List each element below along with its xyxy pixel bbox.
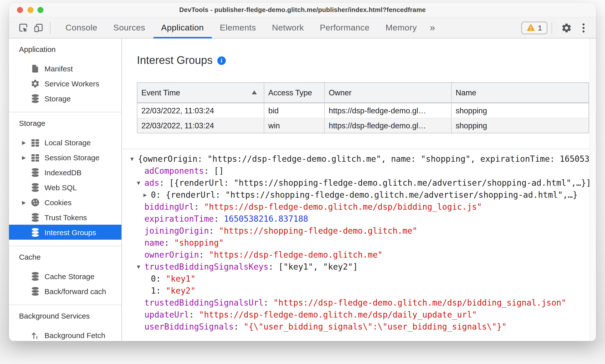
tab-network[interactable]: Network [264,17,312,38]
device-toolbar-icon[interactable] [31,20,46,35]
sidebar-item-label: Cache Storage [44,272,94,280]
tree-key: trustedBiddingSignalsUrl [144,298,264,308]
tree-plain: : [156,274,166,284]
tree-string: "https://shopping-fledge-demo.glitch.me" [219,226,417,236]
sidebar-item-interest-groups[interactable]: Interest Groups [9,225,121,240]
tree-line[interactable]: ▼{ownerOrigin: "https://dsp-fledge-demo.… [130,153,596,165]
sidebar-item-back-forward-cach[interactable]: Back/forward cach [9,284,121,299]
sidebar-item-manifest[interactable]: Manifest [9,61,121,76]
sidebar-item-indexeddb[interactable]: IndexedDB [9,165,121,180]
sidebar-item-trust-tokens[interactable]: Trust Tokens [9,210,121,225]
sidebar-item-label: Back/forward cach [44,287,106,295]
expander-down-icon[interactable]: ▼ [130,153,138,165]
toolbar-divider [50,22,50,34]
expander-down-icon[interactable]: ▼ [137,261,144,273]
chevron-right-icon[interactable]: ▶ [22,140,30,145]
table-cell: 22/03/2022, 11:03:24 [137,103,264,118]
page-title: Interest Groups [137,54,213,67]
expander-down-icon[interactable]: ▼ [137,177,144,189]
grid-icon [30,137,40,147]
tree-line[interactable]: trustedBiddingSignalsUrl: "https://dsp-f… [130,297,596,309]
tree-line[interactable]: joiningOrigin: "https://shopping-fledge-… [130,225,596,237]
file-icon [30,63,40,73]
column-header-owner[interactable]: Owner [324,83,451,102]
tree-line[interactable]: name: "shopping" [130,237,596,249]
tree-line[interactable]: adComponents: [] [130,165,596,177]
sidebar-item-background-fetch[interactable]: Background Fetch [9,328,121,341]
window-titlebar: DevTools - publisher-fledge-demo.glitch.… [9,2,596,17]
sidebar-item-web-sql[interactable]: Web SQL [9,180,121,195]
database-icon [30,271,40,281]
table-cell: https://dsp-fledge-demo.gl… [324,118,451,133]
sidebar-item-cache-storage[interactable]: Cache Storage [9,269,121,284]
interest-group-json-tree: ▼{ownerOrigin: "https://dsp-fledge-demo.… [122,149,596,333]
tree-key: expirationTime [144,214,214,224]
tree-key: ownerOrigin [144,250,199,260]
tab-application[interactable]: Application [153,17,212,38]
sidebar-item-cookies[interactable]: ▶Cookies [9,195,121,210]
warning-icon [526,23,535,32]
column-header-name[interactable]: Name [451,83,590,102]
gear-icon [30,78,40,88]
database-icon [30,227,40,237]
expander-right-icon[interactable]: ▶ [143,189,151,201]
tree-plain: : [209,226,219,236]
tab-elements[interactable]: Elements [212,17,264,38]
tree-plain: : ["key1", "key2"] [269,262,358,272]
column-header-label: Access Type [268,88,312,97]
issues-badge[interactable]: 1 [521,21,548,34]
tree-line[interactable]: ▼trustedBiddingSignalsKeys: ["key1", "ke… [130,261,596,273]
settings-gear-icon[interactable] [559,20,574,35]
sidebar-section-title: Application [9,41,121,56]
tab-memory[interactable]: Memory [377,17,425,38]
sidebar-item-local-storage[interactable]: ▶Local Storage [9,135,121,150]
sidebar-item-label: IndexedDB [44,168,81,177]
tree-line[interactable]: userBiddingSignals: "{\"user_bidding_sig… [130,321,596,333]
tree-line[interactable]: ▶0: {renderUrl: "https://shopping-fledge… [130,189,596,201]
sidebar-item-label: Trust Tokens [44,213,87,221]
tree-plain: : [156,286,166,296]
tree-line[interactable]: biddingUrl: "https://dsp-fledge-demo.gli… [130,201,596,213]
tree-line[interactable]: 0: "key1" [130,273,596,285]
column-header-access-type[interactable]: Access Type [264,83,324,102]
tree-string: "https://dsp-fledge-demo.glitch.me/dsp/b… [204,202,482,212]
tab-console[interactable]: Console [57,17,105,38]
tab-performance[interactable]: Performance [312,17,377,38]
chevron-right-icon[interactable]: ▶ [22,199,30,205]
table-row[interactable]: 22/03/2022, 11:03:24bidhttps://dsp-fledg… [137,103,589,118]
tree-line[interactable]: 1: "key2" [130,285,596,297]
tree-number: 1650538216.837188 [224,214,308,224]
inspect-element-icon[interactable] [16,20,31,35]
tree-key: userBiddingSignals [144,322,234,332]
table-row[interactable]: 22/03/2022, 11:03:24winhttps://dsp-fledg… [137,118,589,133]
sidebar-item-session-storage[interactable]: ▶Session Storage [9,150,121,165]
tree-line[interactable]: ▼ads: [{renderUrl: "https://shopping-fle… [130,177,596,189]
chevron-right-icon[interactable]: ▶ [22,155,30,160]
tab-sources[interactable]: Sources [105,17,153,38]
tree-plain: : [199,250,209,260]
panel-title-row: Interest Groups i [137,51,596,69]
scrollbar[interactable] [590,38,596,341]
more-tabs-chevron-icon[interactable]: » [425,22,440,33]
tree-plain: : [214,214,224,224]
sidebar-item-storage[interactable]: Storage [9,91,121,106]
tree-line[interactable]: ownerOrigin: "https://dsp-fledge-demo.gl… [130,249,596,261]
info-icon[interactable]: i [217,56,226,65]
tree-plain: : [189,310,199,320]
window-title: DevTools - publisher-fledge-demo.glitch.… [9,6,596,13]
tree-key: name [144,238,164,248]
sidebar-item-label: Web SQL [44,183,77,191]
tree-plain: : [{renderUrl: "https://shopping-fledge-… [159,178,591,188]
tree-string: "https://dsp-fledge-demo.glitch.me/dsp/d… [199,310,477,320]
tree-line[interactable]: updateUrl: "https://dsp-fledge-demo.glit… [130,309,596,321]
sidebar-item-label: Interest Groups [44,228,96,236]
tree-plain: : [264,298,274,308]
column-header-event-time[interactable]: Event Time [137,83,264,102]
table-cell: win [264,118,324,133]
tree-line[interactable]: expirationTime: 1650538216.837188 [130,213,596,225]
kebab-menu-icon[interactable] [577,23,590,32]
tree-key: adComponents [144,166,204,176]
sidebar-item-service-workers[interactable]: Service Workers [9,76,121,91]
table-cell: shopping [451,118,590,133]
sidebar-item-label: Session Storage [44,153,99,162]
